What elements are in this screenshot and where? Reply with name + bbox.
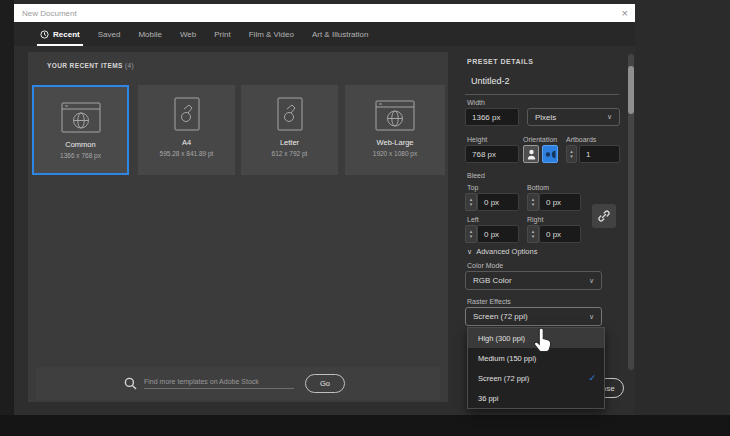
tab-saved[interactable]: Saved [89,22,130,46]
template-dimensions: 1366 x 768 px [60,152,101,159]
template-dimensions: 612 x 792 pt [272,150,308,157]
tab-recent[interactable]: Recent [31,22,89,46]
width-label: Width [467,99,485,106]
bleed-bottom-input[interactable]: 0 px [539,193,581,211]
link-bleed-values-button[interactable] [592,204,616,228]
artboards-input[interactable]: 1 [579,145,620,163]
portrait-person-icon [527,149,536,160]
template-card-web-large[interactable]: Web-Large 1920 x 1080 px [345,85,445,175]
checkmark-icon: ✓ [588,373,596,383]
screen: New Document × Recent Saved Mobile Web P… [0,0,730,436]
preset-details-heading: PRESET DETAILS [467,58,533,65]
tab-label: Film & Video [249,30,294,39]
template-card-common[interactable]: Common 1366 x 768 px [32,85,129,175]
height-label: Height [467,136,487,143]
raster-effects-dropdown[interactable]: Screen (72 ppi)∨ [465,307,602,326]
panel-scrollbar[interactable] [628,54,634,370]
tab-label: Art & Illustration [312,30,368,39]
raster-effects-label: Raster Effects [467,298,511,305]
stock-search-bar: Find more templates on Adobe Stock Go [36,367,440,400]
bleed-top-stepper[interactable]: ▴▾ [465,193,477,211]
template-name: Common [65,140,95,149]
chevron-down-icon: ∨ [467,248,472,256]
step-down-icon: ▾ [532,234,535,239]
color-mode-label: Color Mode [467,262,503,269]
dialog-title: New Document [14,9,615,18]
recent-items-heading: YOUR RECENT ITEMS (4) [47,62,134,69]
chevron-down-icon: ∨ [589,277,594,285]
units-dropdown[interactable]: Pixels∨ [527,108,620,126]
new-document-dialog: New Document × Recent Saved Mobile Web P… [14,4,635,415]
menu-item-36ppi[interactable]: 36 ppi [468,388,604,408]
template-name: Letter [280,138,299,147]
step-down-icon: ▾ [470,202,473,207]
orientation-label: Orientation [523,136,557,143]
tab-label: Mobile [138,30,162,39]
landscape-person-icon [545,150,556,159]
template-name: Web-Large [377,138,414,147]
scrollbar-thumb[interactable] [628,66,634,114]
template-name: A4 [182,138,191,147]
bleed-label: Bleed [467,172,485,179]
close-icon[interactable]: × [615,4,635,22]
bleed-left-input[interactable]: 0 px [477,225,519,243]
bleed-left-label: Left [467,216,479,223]
tab-label: Print [214,30,230,39]
divider [465,94,619,95]
step-down-icon[interactable]: ▾ [570,154,573,159]
template-dimensions: 595.28 x 841.89 pt [160,150,214,157]
orientation-landscape-button[interactable] [542,145,558,163]
tab-film-video[interactable]: Film & Video [240,22,303,46]
template-card-letter[interactable]: Letter 612 x 792 pt [241,85,338,175]
clock-icon [40,30,49,39]
step-down-icon: ▾ [532,202,535,207]
search-icon [124,377,137,390]
tab-label: Web [180,30,196,39]
recent-items-count: (4) [125,62,134,69]
tab-mobile[interactable]: Mobile [129,22,171,46]
chevron-down-icon: ∨ [589,313,594,321]
template-card-a4[interactable]: A4 595.28 x 841.89 pt [138,85,235,175]
tab-art-illustration[interactable]: Art & Illustration [303,22,377,46]
recent-items-panel: YOUR RECENT ITEMS (4) Common 1366 x 768 … [28,52,448,402]
advanced-options-toggle[interactable]: ∨ Advanced Options [467,247,537,256]
tab-print[interactable]: Print [205,22,239,46]
bleed-top-label: Top [467,184,478,191]
artboards-label: Artboards [566,136,596,143]
web-template-icon [61,87,101,133]
height-input[interactable]: 768 px [465,145,519,163]
menu-item-screen-72ppi[interactable]: Screen (72 ppi) ✓ [468,368,604,388]
bleed-top-input[interactable]: 0 px [477,193,519,211]
link-icon [597,209,611,223]
template-dimensions: 1920 x 1080 px [373,150,417,157]
bleed-right-label: Right [527,216,543,223]
document-name-field[interactable]: Untitled-2 [471,76,510,86]
tab-web[interactable]: Web [171,22,205,46]
width-input[interactable]: 1366 px [465,108,519,126]
document-template-icon [174,85,200,131]
bleed-left-stepper[interactable]: ▴▾ [465,225,477,243]
tab-label: Recent [53,30,80,39]
web-template-icon [375,85,415,131]
bleed-bottom-label: Bottom [527,184,549,191]
orientation-portrait-button[interactable] [523,145,539,163]
category-tabbar: Recent Saved Mobile Web Print Film & Vid… [14,22,635,46]
tab-label: Saved [98,30,121,39]
background-left [0,0,14,436]
bleed-right-stepper[interactable]: ▴▾ [527,225,539,243]
chevron-down-icon: ∨ [607,113,612,121]
background-bottom [0,415,730,436]
hand-cursor-icon [532,326,558,356]
artboards-stepper[interactable]: ▴▾ [566,145,577,163]
bleed-right-input[interactable]: 0 px [539,225,581,243]
step-down-icon: ▾ [470,234,473,239]
color-mode-dropdown[interactable]: RGB Color∨ [465,271,602,290]
search-input[interactable]: Find more templates on Adobe Stock [144,378,294,389]
document-template-icon [277,85,303,131]
dialog-titlebar: New Document × [14,4,635,22]
go-button[interactable]: Go [305,374,345,393]
bleed-bottom-stepper[interactable]: ▴▾ [527,193,539,211]
